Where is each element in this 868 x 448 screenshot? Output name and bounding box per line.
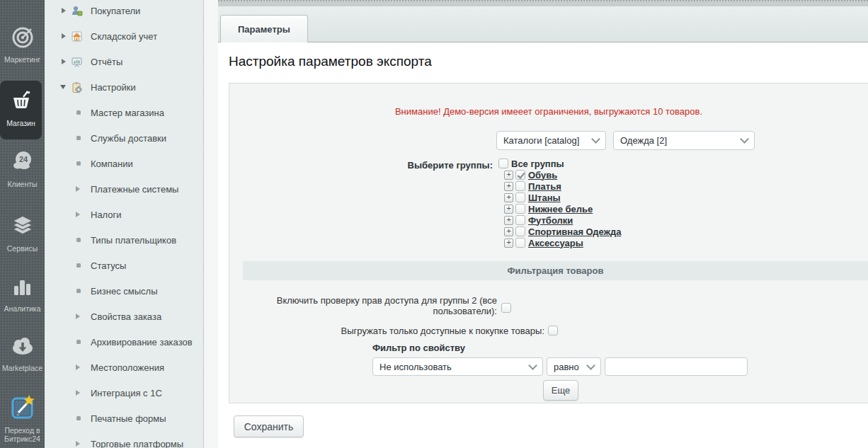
group-link[interactable]: Спортивная Одежда <box>528 226 621 237</box>
menu-item-warehouse[interactable]: Складской учет <box>45 23 203 49</box>
menu-item-settings[interactable]: Настройки <box>45 74 203 100</box>
menu-item-1c-integration[interactable]: Интеграция с 1С <box>45 380 203 406</box>
sidebar-item-clients[interactable]: 24 Клиенты <box>0 149 45 188</box>
menu-item-order-properties[interactable]: Свойства заказа <box>45 304 203 329</box>
menu-item-label[interactable]: Компании <box>91 159 133 169</box>
group-link[interactable]: Нижнее белье <box>528 204 593 214</box>
tab-parameters[interactable]: Параметры <box>220 15 308 42</box>
menu-item-business-meanings[interactable]: Бизнес смыслы <box>45 278 203 304</box>
menu-item-reports[interactable]: Отчёты <box>45 49 203 74</box>
section-select-value: Одежда [2] <box>620 135 667 146</box>
group-checkbox[interactable] <box>515 181 525 191</box>
chevron-right-icon[interactable] <box>76 212 80 217</box>
groups-tree: Все группы Обувь Платья Штаны Нижнее бел <box>498 158 621 248</box>
expand-plus-icon[interactable] <box>504 239 513 248</box>
chevron-right-icon[interactable] <box>76 186 80 192</box>
group-link[interactable]: Платья <box>528 181 561 192</box>
bullet-icon <box>76 340 81 344</box>
menu-item-taxes[interactable]: Налоги <box>45 202 203 227</box>
sidebar-item-bitrix24[interactable]: Переход в Битрикс24 <box>0 394 45 443</box>
menu-item-order-archiving[interactable]: Архивирование заказов <box>45 329 203 355</box>
menu-item-label[interactable]: Настройки <box>91 82 136 93</box>
sidebar-item-label: Магазин <box>0 119 42 127</box>
catalog-select[interactable]: Каталоги [catalog] <box>496 131 606 150</box>
group-label[interactable]: Все группы <box>511 159 564 169</box>
tree-row: Нижнее белье <box>498 203 621 214</box>
sidebar-item-marketplace[interactable]: Marketplace <box>0 335 45 372</box>
group-link[interactable]: Обувь <box>528 170 557 180</box>
expand-plus-icon[interactable] <box>504 182 513 191</box>
property-filter-label: Фильтр по свойству <box>372 343 465 353</box>
chevron-right-icon[interactable] <box>62 59 66 64</box>
group-checkbox[interactable] <box>515 226 525 236</box>
chevron-right-icon[interactable] <box>76 441 80 447</box>
property-select-value: Не использовать <box>379 362 452 372</box>
operator-select[interactable]: равно <box>547 357 601 376</box>
group-checkbox[interactable] <box>515 215 525 225</box>
menu-item-label[interactable]: Платежные системы <box>91 184 178 195</box>
property-value-input[interactable] <box>605 357 748 376</box>
group-checkbox[interactable] <box>515 170 525 180</box>
menu-item-label[interactable]: Статусы <box>91 260 126 271</box>
menu-item-label[interactable]: Складской учет <box>91 31 157 42</box>
chevron-down-icon <box>528 361 537 370</box>
available-only-checkbox[interactable] <box>548 326 558 335</box>
menu-item-customers[interactable]: Покупатели <box>45 0 203 23</box>
menu-item-label[interactable]: Печатные формы <box>91 413 166 424</box>
group-checkbox[interactable] <box>515 193 525 202</box>
chevron-down-icon[interactable] <box>60 85 66 89</box>
target-icon <box>11 25 35 52</box>
menu-item-label[interactable]: Интеграция с 1С <box>91 388 162 398</box>
menu-item-shop-wizard[interactable]: Мастер магазина <box>45 100 203 125</box>
chevron-right-icon[interactable] <box>76 390 80 396</box>
menu-item-label[interactable]: Архивирование заказов <box>91 337 193 348</box>
expand-plus-icon[interactable] <box>504 193 513 202</box>
expand-plus-icon[interactable] <box>504 171 513 180</box>
page-title: Настройка параметров экспорта <box>229 54 432 69</box>
menu-item-locations[interactable]: Местоположения <box>45 355 203 380</box>
sidebar-item-shop[interactable]: Магазин <box>0 81 42 139</box>
group-link[interactable]: Футболки <box>528 215 573 226</box>
expand-plus-icon[interactable] <box>504 227 513 236</box>
chevron-right-icon[interactable] <box>76 314 80 319</box>
tree-row: Платья <box>498 180 621 192</box>
menu-item-payer-types[interactable]: Типы плательщиков <box>45 227 203 253</box>
menu-item-trading-platforms[interactable]: Торговые платформы <box>45 431 203 448</box>
menu-item-payment-systems[interactable]: Платежные системы <box>45 176 203 202</box>
expand-plus-icon[interactable] <box>504 216 513 225</box>
expand-plus-icon[interactable] <box>504 205 513 214</box>
all-groups-checkbox[interactable] <box>498 159 508 168</box>
chevron-right-icon[interactable] <box>76 364 80 370</box>
menu-item-label[interactable]: Торговые платформы <box>91 439 183 448</box>
group-checkbox[interactable] <box>515 204 525 214</box>
menu-item-label[interactable]: Свойства заказа <box>91 311 161 322</box>
menu-item-label[interactable]: Покупатели <box>91 6 140 16</box>
save-button[interactable]: Сохранить <box>234 415 304 437</box>
sidebar-item-analytics[interactable]: Аналитика <box>0 276 45 313</box>
menu-item-label[interactable]: Бизнес смыслы <box>91 286 158 297</box>
chevron-right-icon[interactable] <box>62 8 66 13</box>
menu-item-label[interactable]: Налоги <box>91 209 122 220</box>
sidebar-item-marketing[interactable]: Маркетинг <box>0 25 45 64</box>
group-link[interactable]: Аксессуары <box>528 238 583 248</box>
menu-item-delivery-services[interactable]: Службы доставки <box>45 125 203 151</box>
menu-item-label[interactable]: Местоположения <box>91 362 164 373</box>
group-checkbox[interactable] <box>515 238 525 248</box>
group-link[interactable]: Штаны <box>528 193 561 203</box>
menu-item-label[interactable]: Типы плательщиков <box>91 235 176 246</box>
menu-item-print-forms[interactable]: Печатные формы <box>45 406 203 431</box>
more-button[interactable]: Еще <box>543 380 578 401</box>
chevron-right-icon[interactable] <box>62 33 66 39</box>
menu-item-label[interactable]: Мастер магазина <box>91 108 164 118</box>
menu-item-statuses[interactable]: Статусы <box>45 253 203 278</box>
sidebar-item-services[interactable]: Сервисы <box>0 214 45 253</box>
property-select[interactable]: Не использовать <box>372 357 543 376</box>
menu-item-label[interactable]: Отчёты <box>91 57 122 67</box>
section-select[interactable]: Одежда [2] <box>613 131 755 150</box>
menu-item-label[interactable]: Службы доставки <box>91 133 166 144</box>
menu-item-companies[interactable]: Компании <box>45 151 203 176</box>
bullet-icon <box>76 110 81 115</box>
access-check-checkbox[interactable] <box>501 303 511 313</box>
groups-label: Выберите группы: <box>336 160 493 171</box>
svg-text:24: 24 <box>18 155 28 163</box>
